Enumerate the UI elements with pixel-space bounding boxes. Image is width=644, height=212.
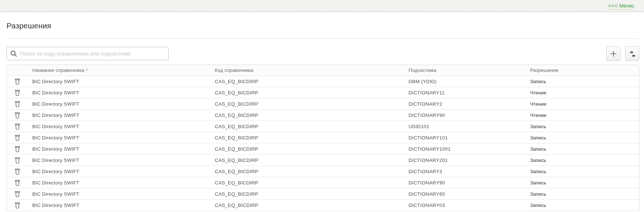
row-code-cell: CAS_EQ_BICDIRP (210, 177, 404, 188)
delete-row-button[interactable] (13, 122, 22, 131)
search-input[interactable] (7, 47, 169, 60)
row-name-cell: BIC Directory SWIFT (28, 98, 210, 110)
row-actions-cell (7, 132, 28, 143)
row-permission-cell: Запись (526, 143, 639, 155)
delete-row-button[interactable] (13, 178, 22, 187)
row-code-cell: CAS_EQ_BICDIRP (210, 155, 404, 166)
delete-row-button[interactable] (13, 144, 22, 154)
row-actions-cell (7, 200, 28, 211)
table-row: BIC Directory SWIFT CAS_EQ_BICDIRP DICTI… (7, 143, 639, 155)
column-header-subsystem[interactable]: Подсистема (404, 65, 526, 76)
delete-row-button[interactable] (13, 155, 22, 165)
delete-row-button[interactable] (13, 77, 22, 86)
row-name-cell: BIC Directory SWIFT (28, 188, 210, 200)
row-code-cell: CAS_EQ_BICDIRP (210, 143, 404, 155)
row-actions-cell (7, 76, 28, 87)
row-permission-cell: Запись (526, 177, 639, 188)
permissions-table: Название справочника^ Код справочника По… (7, 65, 639, 211)
trash-icon (15, 78, 20, 85)
delete-row-button[interactable] (13, 189, 22, 199)
menu-link[interactable]: <<< Меню (608, 3, 634, 9)
row-name-cell: BIC Directory SWIFT (28, 76, 210, 87)
row-actions-cell (7, 166, 28, 177)
row-subsystem-cell: DICTIONARY1001 (404, 143, 526, 155)
plus-icon (610, 50, 618, 58)
add-permission-button[interactable] (606, 46, 620, 61)
row-name-cell: BIC Directory SWIFT (28, 87, 210, 98)
table-row: BIC Directory SWIFT CAS_EQ_BICDIRP DICTI… (7, 87, 639, 98)
column-header-permission[interactable]: Разрешение (526, 65, 639, 76)
row-name-cell: BIC Directory SWIFT (28, 110, 210, 121)
trash-icon (15, 112, 20, 119)
delete-row-button[interactable] (13, 167, 22, 176)
row-name-cell: BIC Directory SWIFT (28, 132, 210, 143)
row-permission-cell: Запись (526, 188, 639, 200)
table-row: BIC Directory SWIFT CAS_EQ_BICDIRP DICTI… (7, 110, 639, 121)
row-name-cell: BIC Directory SWIFT (28, 166, 210, 177)
trash-icon (15, 191, 20, 197)
row-code-cell: CAS_EQ_BICDIRP (210, 110, 404, 121)
row-code-cell: CAS_EQ_BICDIRP (210, 188, 404, 200)
row-actions-cell (7, 155, 28, 166)
row-name-cell: BIC Directory SWIFT (28, 155, 210, 166)
row-permission-cell: Запись (526, 200, 639, 211)
table-header-row: Название справочника^ Код справочника По… (7, 65, 639, 76)
column-header-name-label: Название справочника (32, 68, 84, 73)
trash-icon (15, 101, 20, 107)
column-header-code[interactable]: Код справочника (210, 65, 404, 76)
delete-row-button[interactable] (13, 133, 22, 142)
table-row: BIC Directory SWIFT CAS_EQ_BICDIRP DICTI… (7, 132, 639, 143)
row-permission-cell: Чтение (526, 110, 639, 121)
table-row: BIC Directory SWIFT CAS_EQ_BICDIRP DICTI… (7, 98, 639, 110)
delete-row-button[interactable] (13, 200, 22, 210)
row-code-cell: CAS_EQ_BICDIRP (210, 98, 404, 110)
row-actions-cell (7, 110, 28, 121)
row-name-cell: BIC Directory SWIFT (28, 143, 210, 155)
top-bar: <<< Меню (0, 0, 644, 12)
row-name-cell: BIC Directory SWIFT (28, 177, 210, 188)
table-row: BIC Directory SWIFT CAS_EQ_BICDIRP DICTI… (7, 200, 639, 211)
table-row: BIC Directory SWIFT CAS_EQ_BICDIRP DBM (… (7, 76, 639, 87)
transfer-permissions-button[interactable] (625, 46, 639, 61)
delete-row-button[interactable] (13, 99, 22, 109)
row-permission-cell: Запись (526, 155, 639, 166)
row-actions-cell (7, 143, 28, 155)
trash-icon (15, 123, 20, 130)
delete-row-button[interactable] (13, 88, 22, 97)
page-title: Разрешения (7, 21, 639, 30)
row-subsystem-cell: DICTIONARY65 (404, 188, 526, 200)
row-name-cell: BIC Directory SWIFT (28, 200, 210, 211)
column-header-name[interactable]: Название справочника^ (28, 65, 210, 76)
row-permission-cell: Запись (526, 121, 639, 132)
transfer-arrows-icon (628, 50, 636, 58)
row-subsystem-cell: DICTIONARY3 (404, 166, 526, 177)
row-code-cell: CAS_EQ_BICDIRP (210, 121, 404, 132)
row-actions-cell (7, 188, 28, 200)
column-header-actions (7, 65, 28, 76)
row-subsystem-cell: UDID101 (404, 121, 526, 132)
row-subsystem-cell: DICTIONARY03 (404, 200, 526, 211)
row-subsystem-cell: DICTIONARY90 (404, 177, 526, 188)
trash-icon (15, 157, 20, 164)
title-divider (7, 38, 639, 39)
trash-icon (15, 89, 20, 96)
row-code-cell: CAS_EQ_BICDIRP (210, 166, 404, 177)
row-name-cell: BIC Directory SWIFT (28, 121, 210, 132)
search-icon (10, 50, 17, 57)
table-row: BIC Directory SWIFT CAS_EQ_BICDIRP DICTI… (7, 166, 639, 177)
row-code-cell: CAS_EQ_BICDIRP (210, 76, 404, 87)
row-actions-cell (7, 87, 28, 98)
table-row: BIC Directory SWIFT CAS_EQ_BICDIRP DICTI… (7, 177, 639, 188)
trash-icon (15, 146, 20, 152)
row-permission-cell: Запись (526, 76, 639, 87)
row-actions-cell (7, 98, 28, 110)
toolbar (7, 46, 639, 61)
row-code-cell: CAS_EQ_BICDIRP (210, 132, 404, 143)
delete-row-button[interactable] (13, 110, 22, 120)
row-subsystem-cell: DICTIONARY2 (404, 98, 526, 110)
trash-icon (15, 134, 20, 141)
row-code-cell: CAS_EQ_BICDIRP (210, 200, 404, 211)
row-permission-cell: Чтение (526, 87, 639, 98)
table-row: BIC Directory SWIFT CAS_EQ_BICDIRP DICTI… (7, 155, 639, 166)
row-permission-cell: Запись (526, 166, 639, 177)
